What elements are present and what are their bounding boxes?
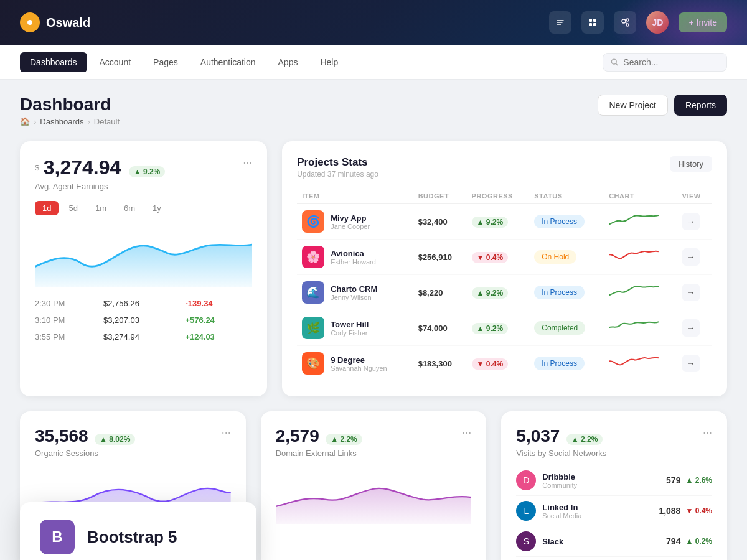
search-input[interactable] <box>623 57 719 67</box>
breadcrumb: 🏠 › Dashboards › Default <box>20 117 120 126</box>
brand-icon <box>20 12 40 32</box>
table-row: 🌸 Avionica Esther Howard $256,910 ▼ 0.4%… <box>297 240 712 275</box>
time-cell: 3:10 PM <box>35 312 103 329</box>
page-header-actions: New Project Reports <box>598 95 728 116</box>
social-change: ▲ 2.6% <box>685 476 712 485</box>
budget-cell: $8,220 <box>418 288 443 297</box>
domain-more-button[interactable]: ··· <box>462 426 471 439</box>
svg-rect-5 <box>593 23 596 26</box>
subnav: Dashboards Account Pages Authentication … <box>0 45 747 80</box>
project-icon: 🌸 <box>302 246 324 268</box>
breadcrumb-current: Default <box>94 117 120 126</box>
table-row: 🌿 Tower Hill Cody Fisher $74,000 ▲ 9.2% … <box>297 310 712 346</box>
status-badge: In Process <box>534 357 585 370</box>
invite-button[interactable]: + Invite <box>679 12 727 32</box>
domain-chart <box>276 468 472 524</box>
budget-cell: $256,910 <box>418 253 452 262</box>
view-button[interactable]: → <box>682 213 700 230</box>
domain-badge: ▲ 2.2% <box>326 434 362 445</box>
topbar-icon-btn-2[interactable] <box>581 11 604 34</box>
period-tab-1y[interactable]: 1y <box>145 201 169 215</box>
social-name: Linked In <box>542 503 659 512</box>
svg-point-11 <box>611 59 616 64</box>
view-button[interactable]: → <box>682 355 700 372</box>
project-name: Tower Hill <box>331 320 369 329</box>
main-grid: $ 3,274.94 ▲ 9.2% ··· Avg. Agent Earning… <box>20 141 727 396</box>
period-tab-6m[interactable]: 6m <box>116 201 143 215</box>
project-icon: 🌊 <box>302 281 324 304</box>
time-cell: 2:30 PM <box>35 295 103 312</box>
period-tab-5d[interactable]: 5d <box>61 201 85 215</box>
project-icon: 🌿 <box>302 317 324 339</box>
table-row: 3:10 PM $3,207.03 +576.24 <box>35 312 252 329</box>
change-cell: -139.34 <box>186 295 253 312</box>
view-button[interactable]: → <box>682 284 700 301</box>
budget-cell: $74,000 <box>418 324 448 333</box>
project-item: 🌸 Avionica Esther Howard <box>302 246 408 268</box>
view-button[interactable]: → <box>682 319 700 337</box>
project-owner: Cody Fisher <box>331 329 369 337</box>
history-button[interactable]: History <box>670 156 712 172</box>
reports-button[interactable]: Reports <box>674 95 727 116</box>
project-owner: Jane Cooper <box>331 223 370 230</box>
topbar-icon-btn-1[interactable] <box>549 11 571 34</box>
social-count: 579 <box>666 475 680 485</box>
social-name: Slack <box>542 537 666 546</box>
subnav-item-account[interactable]: Account <box>90 52 141 72</box>
social-item: D Dribbble Community 579 ▲ 2.6% <box>516 465 712 496</box>
project-icon: 🎨 <box>302 352 324 375</box>
subnav-item-help[interactable]: Help <box>310 52 348 72</box>
progress-badge: ▼ 0.4% <box>472 358 509 370</box>
social-more-button[interactable]: ··· <box>703 426 712 439</box>
bottom-section: 35,568 ▲ 8.02% ··· Organic Sessions <box>20 411 727 560</box>
mini-chart <box>609 318 659 335</box>
earnings-amount: 3,274.94 <box>44 156 121 179</box>
promo-icon: B <box>40 520 75 554</box>
project-name: 9 Degree <box>331 355 387 365</box>
brand-name: Oswald <box>46 16 90 30</box>
projects-header: Projects Stats Updated 37 minutes ago Hi… <box>297 156 712 179</box>
projects-card: Projects Stats Updated 37 minutes ago Hi… <box>282 141 727 396</box>
period-tab-1d[interactable]: 1d <box>35 201 59 215</box>
status-badge: In Process <box>534 286 585 299</box>
breadcrumb-dashboards[interactable]: Dashboards <box>40 117 83 126</box>
subnav-item-dashboards[interactable]: Dashboards <box>20 52 87 72</box>
subnav-item-authentication[interactable]: Authentication <box>190 52 266 72</box>
subnav-item-apps[interactable]: Apps <box>268 52 308 72</box>
page-title-section: Dashboard 🏠 › Dashboards › Default <box>20 95 120 126</box>
project-item: 🎨 9 Degree Savannah Nguyen <box>302 352 408 375</box>
social-type: Community <box>542 482 666 489</box>
budget-cell: $183,300 <box>418 359 452 368</box>
subnav-item-pages[interactable]: Pages <box>143 52 188 72</box>
project-icon: 🌀 <box>302 210 324 233</box>
time-cell: 3:55 PM <box>35 329 103 345</box>
earnings-more-button[interactable]: ··· <box>243 156 252 169</box>
status-badge: On Hold <box>534 250 576 264</box>
period-tab-1m[interactable]: 1m <box>88 201 114 215</box>
col-budget: BUDGET <box>413 189 467 204</box>
budget-cell: $32,400 <box>418 217 448 226</box>
period-tabs: 1d 5d 1m 6m 1y <box>35 201 252 215</box>
topbar-icon-btn-3[interactable] <box>614 11 636 34</box>
brand: Oswald <box>20 12 549 32</box>
col-chart: CHART <box>604 189 677 204</box>
social-list: D Dribbble Community 579 ▲ 2.6% L Linked… <box>516 465 712 557</box>
social-networks-card: 5,037 ▲ 2.2% ··· Visits by Social Networ… <box>501 411 727 560</box>
social-icon: L <box>516 501 536 521</box>
social-info: Slack <box>542 537 666 546</box>
table-row: 🎨 9 Degree Savannah Nguyen $183,300 ▼ 0.… <box>297 346 712 381</box>
view-button[interactable]: → <box>682 248 700 266</box>
page-content: Dashboard 🏠 › Dashboards › Default New P… <box>0 80 747 560</box>
social-change: ▼ 0.4% <box>685 506 712 515</box>
user-avatar[interactable]: JD <box>646 11 669 34</box>
organic-more-button[interactable]: ··· <box>222 426 231 439</box>
svg-line-12 <box>616 63 618 65</box>
earnings-card: $ 3,274.94 ▲ 9.2% ··· Avg. Agent Earning… <box>20 141 267 396</box>
page-title: Dashboard <box>20 95 120 114</box>
new-project-button[interactable]: New Project <box>598 95 668 116</box>
status-badge: In Process <box>534 215 585 228</box>
topbar: Oswald JD + Invite <box>0 0 747 45</box>
search-icon <box>611 58 618 67</box>
progress-badge: ▼ 0.4% <box>472 252 509 263</box>
social-item: L Linked In Social Media 1,088 ▼ 0.4% <box>516 496 712 526</box>
